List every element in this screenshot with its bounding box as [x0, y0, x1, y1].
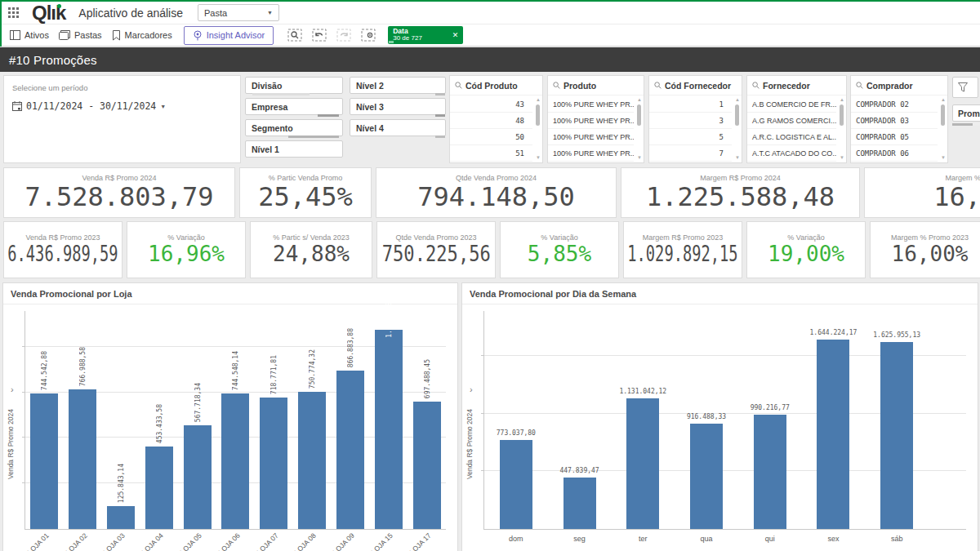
scrollbar-thumb[interactable] [840, 104, 844, 126]
scrollbar-thumb[interactable] [637, 104, 641, 126]
bar-qua[interactable] [690, 424, 723, 529]
field-button-nível-3[interactable]: Nível 3 [350, 98, 446, 115]
kpi-card-%-varia-o[interactable]: % Variação5,85% [500, 221, 619, 278]
chevron-right-icon[interactable]: › [11, 384, 14, 394]
scroll-down-icon[interactable]: ▼ [839, 155, 845, 160]
list-item[interactable]: 3 [649, 113, 732, 129]
period-picker[interactable]: 01/11/2024 - 30/11/2024 ▼ [12, 100, 240, 112]
bar-sáb[interactable] [880, 342, 913, 529]
bar-seg[interactable] [564, 478, 596, 529]
promo-field-button[interactable]: Promo [952, 104, 980, 122]
bar-loja-17[interactable] [413, 402, 441, 529]
scroll-up-icon[interactable]: ▲ [636, 97, 643, 102]
listbox-header[interactable]: Cód Produto [450, 76, 542, 96]
bar-loja-09[interactable] [336, 371, 364, 529]
bar-loja-05[interactable] [184, 425, 212, 529]
bar-loja-07[interactable] [260, 398, 287, 529]
list-item[interactable]: A.T.C ATACADO DO CO... [747, 145, 836, 162]
scrollbar-thumb[interactable] [941, 104, 945, 126]
kpi-card-margem-%[interactable]: Margem %16, [864, 167, 980, 218]
kpi-card-%-varia-o[interactable]: % Variação19,00% [746, 221, 866, 278]
bookmarks-button[interactable]: Marcadores [112, 30, 172, 41]
scrollbar[interactable]: ▲▼ [939, 97, 947, 160]
list-item[interactable]: 100% PURE WHEY PR... [548, 145, 634, 162]
kpi-card-qtde-venda-promo-2023[interactable]: Qtde Venda Promo 2023750.225,56 [376, 221, 496, 278]
field-button-divisão[interactable]: Divisão [245, 77, 343, 94]
bar-qui[interactable] [754, 415, 786, 529]
chevron-right-icon[interactable]: › [470, 384, 473, 394]
list-item[interactable]: 43 [450, 96, 532, 113]
listbox-header[interactable]: Produto [548, 76, 644, 96]
insight-advisor-button[interactable]: Insight Advisor [184, 26, 274, 45]
list-item[interactable]: 50 [450, 129, 532, 145]
list-item[interactable]: 48 [450, 113, 532, 129]
list-item[interactable]: 7 [649, 145, 732, 162]
scroll-down-icon[interactable]: ▼ [535, 155, 541, 160]
selections-tool-button[interactable] [285, 27, 305, 43]
list-item[interactable]: 100% PURE WHEY PR... [548, 113, 634, 129]
bar-loja-06[interactable] [221, 393, 249, 529]
bar-loja-08[interactable] [298, 392, 326, 529]
sheet-selector-dropdown[interactable]: Pasta ▼ [198, 4, 279, 21]
kpi-card-venda-r-promo-2023[interactable]: Venda R$ Promo 20236.436.989,59 [3, 221, 122, 278]
kpi-card-%-varia-o[interactable]: % Variação16,96% [127, 221, 246, 278]
list-item[interactable]: A.B COMERCIO DE FR... [747, 96, 836, 113]
field-button-empresa[interactable]: Empresa [245, 98, 343, 115]
bar-dom[interactable] [500, 440, 532, 529]
bar-loja-03[interactable] [107, 506, 135, 529]
scrollbar[interactable]: ▲▼ [534, 97, 541, 160]
list-item[interactable]: 51 [450, 145, 532, 162]
sheets-button[interactable]: Pastas [59, 30, 102, 40]
listbox-header[interactable]: Cód Fornecedor [649, 76, 742, 96]
bar-loja-01[interactable] [30, 393, 58, 529]
list-item[interactable]: COMPRADOR 02 [851, 96, 938, 113]
field-button-nível-2[interactable]: Nível 2 [350, 77, 446, 94]
scroll-up-icon[interactable]: ▲ [839, 97, 845, 102]
kpi-card-venda-r-promo-2024[interactable]: Venda R$ Promo 20247.528.803,79 [3, 167, 235, 218]
assets-button[interactable]: Ativos [10, 30, 49, 40]
close-icon[interactable]: ✕ [449, 31, 459, 39]
scroll-down-icon[interactable]: ▼ [940, 155, 947, 160]
kpi-card-margem-r-promo-2023[interactable]: Margem R$ Promo 20231.029.892,15 [623, 221, 742, 278]
kpi-card-margem-r-promo-2024[interactable]: Margem R$ Promo 20241.225.588,48 [621, 167, 860, 218]
scrollbar[interactable]: ▲▼ [838, 97, 845, 160]
scrollbar[interactable]: ▲▼ [635, 97, 643, 160]
field-button-nível-4[interactable]: Nível 4 [350, 119, 446, 136]
scroll-down-icon[interactable]: ▼ [636, 155, 643, 160]
scroll-down-icon[interactable]: ▼ [734, 155, 741, 160]
listbox-header[interactable]: Fornecedor [747, 76, 846, 96]
list-item[interactable]: COMPRADOR 05 [851, 129, 938, 145]
list-item[interactable]: 1 [649, 96, 732, 113]
scrollbar-thumb[interactable] [735, 104, 739, 126]
scroll-up-icon[interactable]: ▲ [734, 97, 741, 102]
bar-ter[interactable] [626, 398, 659, 529]
step-back-button[interactable] [310, 27, 329, 43]
list-item[interactable]: A.R.C. LOGISTICA E AL... [747, 129, 836, 145]
scroll-up-icon[interactable]: ▲ [535, 97, 541, 102]
step-forward-button[interactable] [334, 27, 354, 43]
chart-venda-por-dia-da-semana[interactable]: Venda Promocional por Dia da Semana › Ve… [461, 282, 978, 551]
scrollbar-thumb[interactable] [536, 104, 540, 126]
field-button-segmento[interactable]: Segmento [245, 119, 343, 136]
kpi-card-%-partic-s-venda-2023[interactable]: % Partic s/ Venda 202324,88% [250, 221, 372, 278]
kpi-card-qtde-venda-promo-2024[interactable]: Qtde Venda Promo 2024794.148,50 [376, 167, 617, 218]
listbox-header[interactable]: Comprador [851, 76, 947, 96]
bar-loja-02[interactable] [69, 389, 96, 529]
list-item[interactable]: A.G RAMOS COMERCI... [747, 113, 836, 129]
kpi-card-margem-%-promo-2023[interactable]: Margem % Promo 202316,00% [870, 221, 980, 278]
list-item[interactable]: 100% PURE WHEY PR... [548, 96, 634, 113]
bar-loja-04[interactable] [145, 447, 173, 529]
scroll-up-icon[interactable]: ▲ [940, 97, 947, 102]
chart-venda-por-loja[interactable]: Venda Promocional por Loja › Venda R$ Pr… [2, 282, 458, 551]
list-item[interactable]: 100% PURE WHEY PR... [548, 129, 634, 145]
clear-selections-button[interactable] [359, 27, 378, 43]
list-item[interactable]: COMPRADOR 06 [851, 145, 938, 162]
list-item[interactable]: COMPRADOR 03 [851, 113, 938, 129]
selection-chip-data[interactable]: Data 30 de 727 ✕ [388, 26, 463, 44]
app-launcher-icon[interactable] [8, 7, 19, 18]
field-button-nível-1[interactable]: Nível 1 [245, 140, 343, 158]
bar-sex[interactable] [817, 340, 849, 529]
kpi-card-%-partic-venda-promo[interactable]: % Partic Venda Promo25,45% [239, 167, 372, 218]
list-item[interactable]: 5 [649, 129, 732, 145]
filter-pane-button[interactable] [952, 77, 978, 98]
